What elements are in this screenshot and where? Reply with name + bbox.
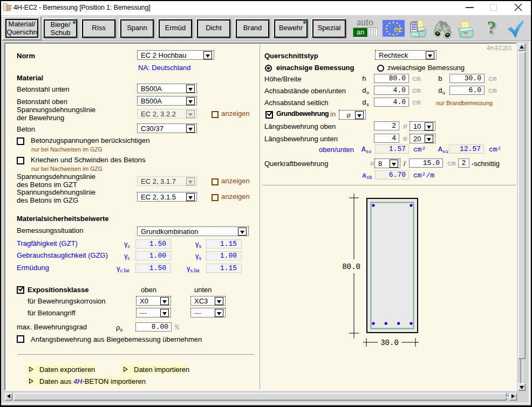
svg-text:ec: ec [394, 24, 403, 33]
svg-text:30.0: 30.0 [380, 339, 399, 347]
svg-text:80.0: 80.0 [342, 263, 360, 271]
svg-text:?: ? [487, 19, 496, 37]
